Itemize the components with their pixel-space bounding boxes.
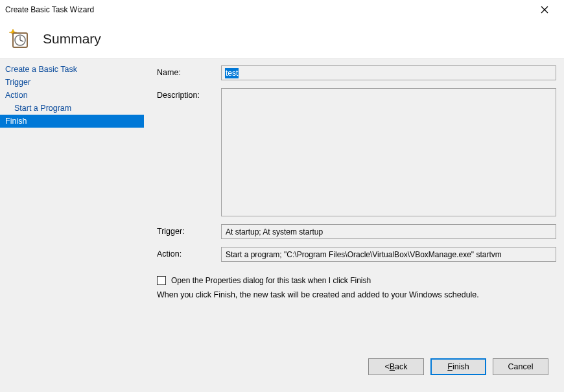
titlebar: Create Basic Task Wizard xyxy=(0,0,564,19)
finish-hint: When you click Finish, the new task will… xyxy=(157,290,556,299)
description-field[interactable] xyxy=(221,88,556,216)
name-value: test xyxy=(225,68,239,78)
task-scheduler-icon xyxy=(8,28,30,50)
wizard-footer: < Back Finish Cancel xyxy=(157,352,556,384)
wizard-step[interactable]: Finish xyxy=(0,115,144,128)
action-field[interactable] xyxy=(221,247,556,262)
wizard-step[interactable]: Action xyxy=(0,89,144,102)
close-icon xyxy=(541,6,548,14)
open-properties-checkbox[interactable] xyxy=(157,276,166,285)
trigger-label: Trigger: xyxy=(157,224,218,236)
wizard-window: Create Basic Task Wizard Summary Create … xyxy=(0,0,564,392)
wizard-body: Create a Basic TaskTriggerActionStart a … xyxy=(0,58,564,392)
wizard-header: Summary xyxy=(0,19,564,58)
trigger-field[interactable] xyxy=(221,224,556,239)
wizard-step[interactable]: Trigger xyxy=(0,76,144,89)
name-field[interactable]: test xyxy=(221,65,556,80)
open-properties-row[interactable]: Open the Properties dialog for this task… xyxy=(157,276,556,285)
finish-button[interactable]: Finish xyxy=(430,358,486,375)
summary-form: Name: test Description: Trigger: Action: xyxy=(157,65,556,262)
close-button[interactable] xyxy=(532,0,558,19)
back-button[interactable]: < Back xyxy=(368,358,424,375)
wizard-step[interactable]: Create a Basic Task xyxy=(0,63,144,76)
summary-extras: Open the Properties dialog for this task… xyxy=(157,276,556,299)
description-label: Description: xyxy=(157,88,218,100)
summary-panel: Name: test Description: Trigger: Action:… xyxy=(144,59,564,392)
wizard-steps: Create a Basic TaskTriggerActionStart a … xyxy=(0,59,144,392)
cancel-button[interactable]: Cancel xyxy=(493,358,548,375)
action-label: Action: xyxy=(157,247,218,259)
open-properties-label: Open the Properties dialog for this task… xyxy=(171,276,371,285)
wizard-step[interactable]: Start a Program xyxy=(0,102,144,115)
name-label: Name: xyxy=(157,65,218,77)
page-title: Summary xyxy=(43,31,101,47)
window-title: Create Basic Task Wizard xyxy=(5,5,94,14)
